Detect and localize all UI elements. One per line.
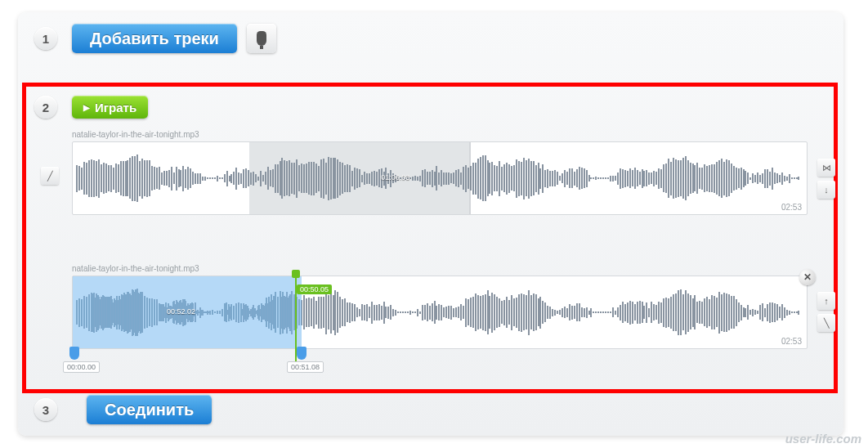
fade-in-button[interactable]: ╱ [41,167,59,185]
join-button[interactable]: Соединить [87,395,212,424]
fade-out-button[interactable]: ╲ [817,314,835,332]
midpoint-time: 01:06.03 [381,173,409,181]
track-row: natalie-taylor-in-the-air-tonight.mp3 00… [72,264,808,349]
step-2-section: 2 Играть natalie-taylor-in-the-air-tonig… [34,96,827,349]
move-up-button[interactable]: ↑ [817,292,835,310]
watermark-text: user-life.com [785,432,861,446]
selection-time: 00:52.02 [167,307,195,316]
track-duration: 02:53 [781,337,802,346]
step-2-badge: 2 [34,96,57,119]
move-down-button[interactable]: ↓ [817,181,835,199]
track-row: natalie-taylor-in-the-air-tonight.mp3 01… [72,130,808,215]
range-start-handle[interactable] [69,347,79,360]
range-start-time: 00:00.00 [63,361,100,373]
selection-region[interactable]: 00:52.02 [73,276,302,348]
play-button[interactable]: Играть [72,96,148,119]
step-3-badge: 3 [34,398,57,421]
track-filename: natalie-taylor-in-the-air-tonight.mp3 [72,264,808,273]
step-1-badge: 1 [34,27,57,50]
range-end-handle[interactable] [297,347,306,360]
waveform-container[interactable]: 01:06.03 02:53 [72,141,808,215]
cue-time-label: 00:50.05 [297,284,332,294]
microphone-icon [257,31,266,46]
track-duration: 02:53 [781,203,802,212]
range-end-time: 00:51.08 [287,361,324,373]
record-mic-button[interactable] [247,24,276,53]
add-tracks-button[interactable]: Добавить треки [72,24,237,53]
step-3-row: 3 Соединить [34,395,212,424]
track-filename: natalie-taylor-in-the-air-tonight.mp3 [72,130,808,139]
main-panel: 1 Добавить треки 2 Играть natalie-taylor… [18,12,843,436]
waveform-container[interactable]: 00:52.02 00:50.05 02:53 00:00.00 00:51.0… [72,276,808,349]
step-1-row: 1 Добавить треки [18,12,843,65]
remove-track-button[interactable]: ✕ [799,269,816,285]
crossfade-button[interactable]: ⋈ [817,159,835,177]
